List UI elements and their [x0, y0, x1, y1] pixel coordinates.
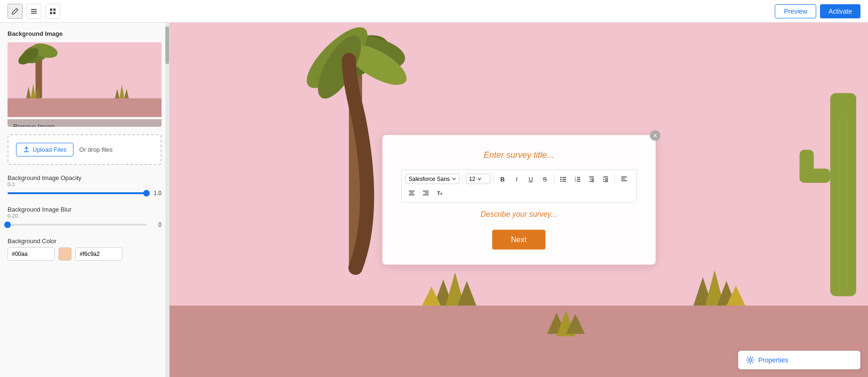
italic-button[interactable]: I — [511, 173, 523, 185]
opacity-value: 1.0 — [150, 190, 162, 197]
blur-track — [8, 224, 146, 226]
blur-label: Background Image Blur — [8, 206, 162, 213]
svg-rect-59 — [605, 179, 608, 180]
blur-thumb[interactable] — [4, 221, 11, 228]
bg-color-swatch[interactable] — [58, 247, 72, 261]
svg-point-25 — [309, 29, 369, 105]
svg-marker-32 — [717, 281, 736, 305]
activate-button[interactable]: Activate — [820, 4, 860, 18]
drop-files-text: Or drop files — [79, 146, 113, 153]
bg-color-input-2[interactable] — [75, 247, 122, 261]
svg-point-46 — [560, 180, 561, 182]
svg-point-44 — [560, 179, 561, 180]
strikethrough-button[interactable]: S — [539, 173, 551, 185]
next-button[interactable]: Next — [492, 230, 545, 250]
svg-rect-62 — [621, 177, 627, 178]
svg-rect-54 — [589, 177, 594, 178]
svg-marker-28 — [457, 281, 476, 305]
svg-rect-3 — [50, 8, 52, 11]
blur-range: 0-20 — [8, 213, 162, 219]
svg-rect-4 — [53, 8, 56, 11]
properties-label: Properties — [758, 356, 788, 364]
opacity-label: Background Image Opacity — [8, 174, 162, 181]
svg-point-71 — [749, 359, 752, 361]
svg-marker-39 — [547, 312, 566, 334]
properties-panel[interactable]: Properties — [738, 351, 860, 369]
survey-title[interactable]: Enter survey title... — [401, 150, 637, 160]
svg-point-22 — [328, 30, 408, 76]
svg-rect-6 — [53, 12, 56, 14]
svg-rect-57 — [589, 181, 594, 182]
survey-description[interactable]: Describe your survey... — [401, 210, 637, 219]
font-family-label: Salesforce Sans — [409, 176, 450, 182]
svg-marker-29 — [422, 287, 441, 305]
svg-rect-56 — [592, 180, 594, 181]
svg-rect-34 — [830, 93, 856, 296]
opacity-track — [8, 192, 146, 194]
svg-rect-36 — [800, 150, 814, 183]
svg-rect-47 — [562, 181, 566, 182]
indent-decrease-button[interactable] — [585, 173, 598, 185]
bg-color-row — [8, 247, 162, 261]
clear-format-button[interactable]: Tx — [434, 187, 446, 199]
list-view-button[interactable] — [26, 4, 41, 19]
remove-image-button[interactable]: Remove Image — [8, 119, 162, 127]
opacity-thumb[interactable] — [143, 190, 150, 197]
svg-marker-26 — [434, 279, 453, 305]
font-family-select[interactable]: Salesforce Sans — [406, 174, 460, 184]
bg-image-preview: Remove Image — [8, 42, 162, 127]
bg-image-title: Background Image — [8, 30, 162, 37]
format-toolbar: Salesforce Sans 12 B I U S — [401, 170, 637, 203]
upload-files-button[interactable]: Upload Files — [16, 143, 73, 156]
svg-text:3.: 3. — [575, 180, 576, 182]
svg-rect-55 — [592, 179, 594, 180]
opacity-section: Background Image Opacity 0-1 1.0 — [8, 174, 162, 197]
opacity-fill — [8, 192, 146, 194]
underline-button[interactable]: U — [525, 173, 537, 185]
close-button[interactable]: ✕ — [650, 131, 660, 141]
main-layout: Background Image Remove Image — [0, 23, 868, 377]
svg-rect-65 — [409, 191, 414, 192]
svg-marker-30 — [693, 277, 712, 305]
canvas-area: ✕ Enter survey title... Salesforce Sans … — [170, 23, 868, 377]
svg-rect-0 — [31, 9, 37, 10]
bg-color-label: Background Color — [8, 238, 162, 245]
align-center-button[interactable] — [406, 187, 418, 199]
font-size-select[interactable]: 12 — [466, 174, 490, 184]
svg-point-24 — [342, 37, 413, 93]
svg-rect-66 — [410, 193, 414, 194]
font-size-label: 12 — [469, 176, 475, 182]
survey-card: ✕ Enter survey title... Salesforce Sans … — [382, 135, 656, 265]
grid-view-button[interactable] — [45, 4, 60, 19]
align-right-button[interactable] — [420, 187, 432, 199]
properties-icon — [746, 356, 754, 364]
svg-rect-68 — [423, 191, 429, 192]
upload-files-label: Upload Files — [32, 146, 66, 153]
unordered-list-button[interactable] — [557, 173, 569, 185]
bg-color-section: Background Color — [8, 238, 162, 261]
svg-rect-70 — [423, 195, 429, 196]
svg-point-23 — [298, 23, 376, 97]
svg-rect-2 — [31, 13, 37, 14]
svg-rect-49 — [577, 177, 580, 178]
indent-increase-button[interactable] — [600, 173, 612, 185]
ordered-list-button[interactable]: 1.2.3. — [571, 173, 584, 185]
top-bar-left — [8, 4, 60, 19]
svg-rect-63 — [621, 179, 625, 180]
bg-color-input-1[interactable] — [8, 247, 55, 261]
divider-3 — [554, 174, 554, 184]
desert-scene: ✕ Enter survey title... Salesforce Sans … — [170, 23, 868, 377]
svg-rect-45 — [562, 179, 566, 180]
preview-button[interactable]: Preview — [775, 4, 816, 18]
divider-4 — [615, 174, 615, 184]
divider-1 — [462, 174, 463, 184]
svg-marker-41 — [566, 314, 585, 334]
upload-area: Upload Files Or drop files — [8, 134, 162, 165]
svg-marker-33 — [726, 286, 745, 305]
edit-tool-button[interactable] — [8, 4, 23, 19]
svg-rect-8 — [8, 98, 162, 117]
svg-point-21 — [302, 25, 395, 95]
blur-slider-row: 0 — [8, 221, 162, 228]
align-left-button[interactable] — [618, 173, 630, 185]
bold-button[interactable]: B — [496, 173, 509, 185]
